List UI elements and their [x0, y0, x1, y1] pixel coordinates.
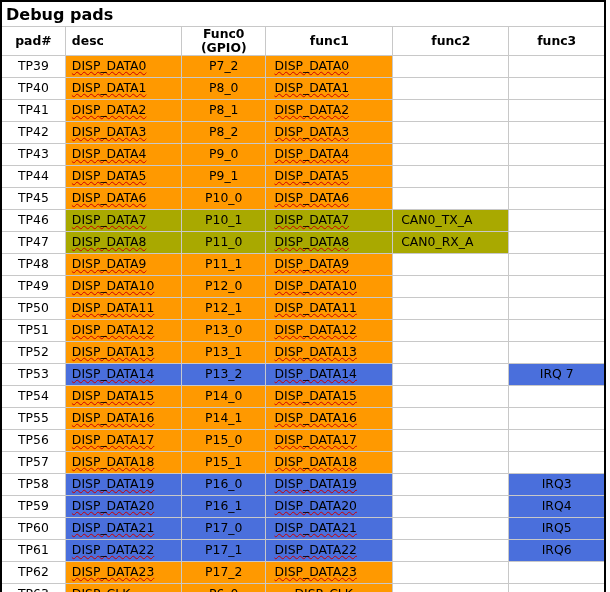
cell-func0: P10_0 — [182, 188, 266, 210]
header-desc: desc — [65, 27, 181, 56]
cell-pad: TP59 — [2, 496, 65, 518]
cell-desc: DISP_DATA8 — [65, 232, 181, 254]
cell-func3: IRQ6 — [509, 540, 604, 562]
cell-desc: DISP_DATA7 — [65, 210, 181, 232]
cell-pad: TP54 — [2, 386, 65, 408]
table-row: TP63DISP_CLKP6_0DISP_CLK — [2, 584, 604, 593]
cell-desc: DISP_DATA16 — [65, 408, 181, 430]
cell-pad: TP48 — [2, 254, 65, 276]
cell-func2 — [393, 496, 509, 518]
title-row: Debug pads — [2, 2, 604, 27]
cell-func0: P11_0 — [182, 232, 266, 254]
cell-desc: DISP_DATA21 — [65, 518, 181, 540]
table-row: TP60DISP_DATA21P17_0DISP_DATA21IRQ5 — [2, 518, 604, 540]
cell-desc: DISP_DATA6 — [65, 188, 181, 210]
table-row: TP52DISP_DATA13P13_1DISP_DATA13 — [2, 342, 604, 364]
cell-func2 — [393, 364, 509, 386]
table-row: TP40DISP_DATA1P8_0DISP_DATA1 — [2, 78, 604, 100]
table-row: TP39DISP_DATA0P7_2DISP_DATA0 — [2, 56, 604, 78]
table-row: TP53DISP_DATA14P13_2DISP_DATA14IRQ 7 — [2, 364, 604, 386]
cell-func0: P8_0 — [182, 78, 266, 100]
table-row: TP46DISP_DATA7P10_1DISP_DATA7CAN0_TX_A — [2, 210, 604, 232]
cell-pad: TP52 — [2, 342, 65, 364]
cell-func1: DISP_DATA11 — [266, 298, 393, 320]
cell-desc: DISP_DATA5 — [65, 166, 181, 188]
cell-func2 — [393, 144, 509, 166]
cell-pad: TP42 — [2, 122, 65, 144]
cell-desc: DISP_DATA2 — [65, 100, 181, 122]
cell-func3: IRQ5 — [509, 518, 604, 540]
cell-func3 — [509, 320, 604, 342]
cell-func3 — [509, 386, 604, 408]
cell-desc: DISP_DATA12 — [65, 320, 181, 342]
cell-func2 — [393, 100, 509, 122]
cell-func3 — [509, 430, 604, 452]
table-row: TP61DISP_DATA22P17_1DISP_DATA22IRQ6 — [2, 540, 604, 562]
cell-func1: DISP_DATA4 — [266, 144, 393, 166]
cell-desc: DISP_DATA19 — [65, 474, 181, 496]
table-row: TP44DISP_DATA5P9_1DISP_DATA5 — [2, 166, 604, 188]
table-row: TP45DISP_DATA6P10_0DISP_DATA6 — [2, 188, 604, 210]
cell-func0: P8_2 — [182, 122, 266, 144]
header-func0-line1: Func0 — [203, 27, 244, 42]
cell-func2 — [393, 254, 509, 276]
table-row: TP59DISP_DATA20P16_1DISP_DATA20IRQ4 — [2, 496, 604, 518]
cell-pad: TP49 — [2, 276, 65, 298]
cell-func2 — [393, 584, 509, 593]
cell-func0: P10_1 — [182, 210, 266, 232]
spreadsheet-frame: Debug pads pad# desc Func0 (GPIO) func1 … — [0, 0, 606, 592]
cell-func1: DISP_DATA1 — [266, 78, 393, 100]
cell-func0: P13_2 — [182, 364, 266, 386]
cell-desc: DISP_DATA0 — [65, 56, 181, 78]
cell-func3 — [509, 100, 604, 122]
cell-func2 — [393, 342, 509, 364]
cell-func2 — [393, 540, 509, 562]
cell-desc: DISP_DATA17 — [65, 430, 181, 452]
cell-func0: P12_1 — [182, 298, 266, 320]
table-row: TP55DISP_DATA16P14_1DISP_DATA16 — [2, 408, 604, 430]
cell-func2 — [393, 474, 509, 496]
cell-func2 — [393, 430, 509, 452]
cell-func2 — [393, 298, 509, 320]
cell-func3 — [509, 56, 604, 78]
cell-desc: DISP_DATA11 — [65, 298, 181, 320]
cell-func2 — [393, 166, 509, 188]
cell-func3 — [509, 408, 604, 430]
table-row: TP58DISP_DATA19P16_0DISP_DATA19IRQ3 — [2, 474, 604, 496]
cell-func1: DISP_CLK — [266, 584, 393, 593]
header-pad: pad# — [2, 27, 65, 56]
cell-func1: DISP_DATA22 — [266, 540, 393, 562]
cell-func3 — [509, 188, 604, 210]
table-row: TP54DISP_DATA15P14_0DISP_DATA15 — [2, 386, 604, 408]
cell-func3 — [509, 210, 604, 232]
cell-func0: P9_1 — [182, 166, 266, 188]
cell-pad: TP58 — [2, 474, 65, 496]
cell-func3 — [509, 298, 604, 320]
table-row: TP49DISP_DATA10P12_0DISP_DATA10 — [2, 276, 604, 298]
table-row: TP57DISP_DATA18P15_1DISP_DATA18 — [2, 452, 604, 474]
cell-pad: TP51 — [2, 320, 65, 342]
cell-desc: DISP_DATA22 — [65, 540, 181, 562]
cell-func1: DISP_DATA6 — [266, 188, 393, 210]
cell-func1: DISP_DATA5 — [266, 166, 393, 188]
cell-pad: TP40 — [2, 78, 65, 100]
cell-func2 — [393, 386, 509, 408]
cell-func0: P7_2 — [182, 56, 266, 78]
cell-func2: CAN0_RX_A — [393, 232, 509, 254]
cell-pad: TP56 — [2, 430, 65, 452]
cell-func2 — [393, 452, 509, 474]
cell-func1: DISP_DATA10 — [266, 276, 393, 298]
cell-desc: DISP_DATA10 — [65, 276, 181, 298]
cell-func3 — [509, 342, 604, 364]
cell-func2 — [393, 320, 509, 342]
cell-func0: P13_1 — [182, 342, 266, 364]
cell-desc: DISP_DATA1 — [65, 78, 181, 100]
cell-func1: DISP_DATA8 — [266, 232, 393, 254]
cell-func0: P17_0 — [182, 518, 266, 540]
cell-func3 — [509, 276, 604, 298]
sheet-title: Debug pads — [2, 2, 604, 27]
cell-func0: P14_0 — [182, 386, 266, 408]
cell-func3: IRQ3 — [509, 474, 604, 496]
cell-func3: IRQ4 — [509, 496, 604, 518]
cell-desc: DISP_DATA14 — [65, 364, 181, 386]
